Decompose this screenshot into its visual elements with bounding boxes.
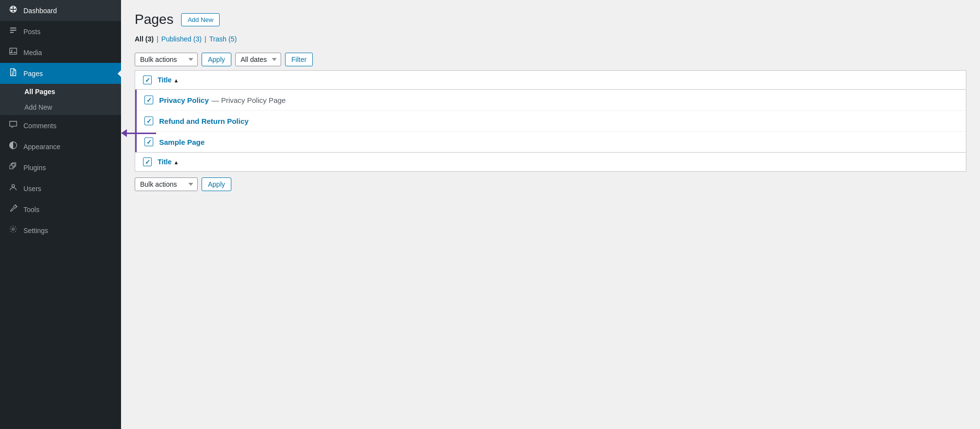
- sidebar: Dashboard Posts Media Pages All Pages Ad…: [0, 0, 121, 429]
- row-checkbox-sample-page[interactable]: [144, 137, 153, 146]
- sort-icon-footer: ▲: [173, 159, 179, 165]
- svg-rect-0: [10, 48, 17, 55]
- dashboard-icon: [8, 5, 19, 16]
- sidebar-item-label: Plugins: [23, 164, 46, 172]
- page-link-sample-page[interactable]: Sample Page: [159, 138, 204, 146]
- sort-icon: ▲: [173, 78, 179, 83]
- page-header: Pages Add New: [135, 12, 966, 27]
- main-content: Pages Add New All (3) | Published (3) | …: [121, 0, 980, 429]
- sidebar-item-label: Comments: [23, 122, 57, 130]
- filter-published[interactable]: Published (3): [162, 35, 202, 43]
- apply-button-bottom[interactable]: Apply: [202, 177, 231, 191]
- svg-point-1: [11, 50, 13, 51]
- page-title: Pages: [135, 12, 173, 27]
- page-link-privacy-policy[interactable]: Privacy Policy: [159, 96, 209, 104]
- bulk-actions-wrapper-top: Bulk actions Edit Move to Trash: [135, 53, 198, 66]
- settings-icon: [8, 225, 19, 236]
- sidebar-item-label: Media: [23, 49, 42, 57]
- table-footer-row: Title ▲: [135, 152, 966, 171]
- users-icon: [8, 183, 19, 194]
- filter-links-bar: All (3) | Published (3) | Trash (5): [135, 35, 966, 43]
- table-row: Privacy Policy — Privacy Policy Page: [137, 90, 966, 111]
- toolbar-bottom: Bulk actions Edit Move to Trash Apply: [135, 172, 966, 195]
- sidebar-item-comments[interactable]: Comments: [0, 115, 121, 136]
- sidebar-item-label: Appearance: [23, 143, 61, 151]
- sidebar-item-settings[interactable]: Settings: [0, 220, 121, 241]
- svg-point-4: [12, 228, 15, 231]
- media-icon: [8, 47, 19, 58]
- posts-icon: [8, 26, 19, 37]
- filter-trash[interactable]: Trash (5): [209, 35, 237, 43]
- add-new-button[interactable]: Add New: [181, 13, 220, 26]
- page-link-refund-return[interactable]: Refund and Return Policy: [159, 117, 248, 125]
- sidebar-item-label: Tools: [23, 206, 40, 214]
- tools-icon: [8, 204, 19, 215]
- sidebar-item-label: Users: [23, 185, 41, 193]
- comments-icon: [8, 120, 19, 131]
- sidebar-item-label: Posts: [23, 28, 41, 36]
- table-row: Sample Page: [137, 132, 966, 152]
- dates-wrapper: All dates: [235, 53, 281, 66]
- appearance-icon: [8, 141, 19, 152]
- svg-point-3: [12, 185, 14, 187]
- page-subtitle-privacy-policy: — Privacy Policy Page: [212, 96, 286, 104]
- all-dates-select[interactable]: All dates: [235, 53, 281, 66]
- highlighted-rows-group: Privacy Policy — Privacy Policy Page Ref…: [135, 90, 966, 152]
- sidebar-item-plugins[interactable]: Plugins: [0, 157, 121, 178]
- sidebar-submenu-all-pages[interactable]: All Pages: [0, 84, 121, 99]
- select-all-checkbox[interactable]: [143, 76, 152, 84]
- sidebar-item-pages[interactable]: Pages: [0, 63, 121, 84]
- sidebar-submenu-add-new[interactable]: Add New: [0, 99, 121, 115]
- row-checkbox-privacy-policy[interactable]: [144, 96, 153, 104]
- select-all-footer-checkbox[interactable]: [143, 157, 152, 166]
- sidebar-item-media[interactable]: Media: [0, 42, 121, 63]
- table-row: Refund and Return Policy: [137, 111, 966, 132]
- bulk-actions-select-top[interactable]: Bulk actions Edit Move to Trash: [135, 53, 198, 66]
- filter-button[interactable]: Filter: [285, 53, 313, 66]
- sidebar-item-appearance[interactable]: Appearance: [0, 136, 121, 157]
- bulk-actions-wrapper-bottom: Bulk actions Edit Move to Trash: [135, 177, 198, 191]
- pages-submenu: All Pages Add New: [0, 84, 121, 115]
- sidebar-item-label: Settings: [23, 227, 48, 234]
- toolbar-top: Bulk actions Edit Move to Trash Apply Al…: [135, 49, 966, 70]
- annotation-arrow: [121, 129, 156, 137]
- apply-button-top[interactable]: Apply: [202, 53, 231, 66]
- sidebar-item-users[interactable]: Users: [0, 178, 121, 199]
- active-indicator: [118, 70, 121, 78]
- sidebar-item-dashboard[interactable]: Dashboard: [0, 0, 121, 21]
- bulk-actions-select-bottom[interactable]: Bulk actions Edit Move to Trash: [135, 177, 198, 191]
- table-header-row: Title ▲: [135, 71, 966, 90]
- row-checkbox-refund-return[interactable]: [144, 117, 153, 125]
- sidebar-item-label: Dashboard: [23, 7, 57, 15]
- plugins-icon: [8, 162, 19, 173]
- pages-table: Title ▲ Privacy Policy — Privacy Policy …: [135, 70, 966, 172]
- sidebar-item-posts[interactable]: Posts: [0, 21, 121, 42]
- filter-all[interactable]: All (3): [135, 35, 154, 43]
- title-column-footer[interactable]: Title ▲: [158, 158, 179, 166]
- pages-icon: [8, 68, 19, 79]
- sidebar-item-tools[interactable]: Tools: [0, 199, 121, 220]
- sidebar-item-label: Pages: [23, 70, 43, 78]
- title-column-header[interactable]: Title ▲: [158, 76, 179, 84]
